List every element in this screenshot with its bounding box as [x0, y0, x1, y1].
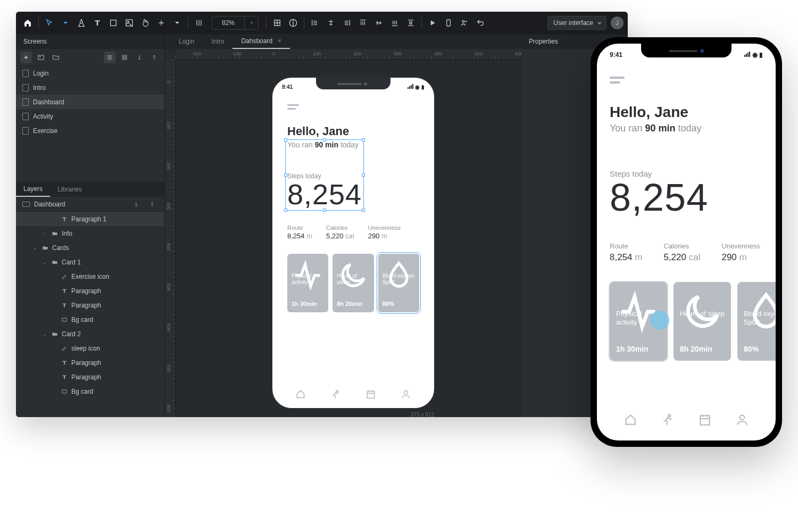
screen-item[interactable]: Activity [16, 109, 164, 123]
pen-tool-icon[interactable] [74, 15, 89, 30]
stat-block: Calories5,220 cal [326, 225, 354, 240]
layer-item[interactable]: Paragraph [16, 355, 164, 370]
hand-tool-icon[interactable] [138, 15, 153, 30]
nav-calendar-icon[interactable] [365, 389, 376, 400]
align-left-icon[interactable] [307, 15, 322, 30]
collapse-up-icon[interactable] [146, 198, 158, 210]
svg-point-16 [404, 390, 408, 394]
hamburger-icon[interactable] [287, 104, 299, 110]
sort-up-icon[interactable] [148, 52, 160, 63]
screen-item[interactable]: Dashboard [16, 95, 164, 109]
add-dropdown-icon[interactable] [170, 15, 185, 30]
layer-item[interactable]: Bg card [16, 312, 164, 327]
screen-item[interactable]: Login [16, 66, 164, 80]
selection-outline [285, 139, 364, 211]
status-time: 9:41 [282, 84, 293, 90]
tab-libraries[interactable]: Libraries [50, 182, 89, 197]
layer-item[interactable]: sleep icon [16, 341, 164, 355]
grid-toggle-icon[interactable] [270, 15, 285, 30]
svg-rect-10 [122, 58, 124, 60]
preview-nav-run-icon[interactable] [661, 413, 675, 427]
rect-tool-icon[interactable] [106, 15, 121, 30]
screens-panel-title: Screens [16, 34, 164, 49]
tab-layers[interactable]: Layers [16, 182, 50, 197]
preview-nav-home-icon[interactable] [624, 413, 637, 427]
design-editor-window: 82% User interface J Scre [16, 12, 628, 417]
zoom-value: 82% [212, 19, 244, 27]
grid-view-icon[interactable] [119, 52, 130, 63]
zoom-control[interactable]: 82% [212, 16, 259, 30]
svg-rect-18 [700, 415, 709, 425]
nav-home-icon[interactable] [295, 389, 306, 400]
contrast-icon[interactable] [286, 15, 301, 30]
undo-icon[interactable] [473, 15, 488, 30]
metric-card[interactable]: Hours of sleep8h 20min [674, 282, 731, 361]
document-tabs: LoginIntroDahsboard × [165, 34, 521, 49]
layer-item[interactable]: Bg card [16, 384, 164, 398]
add-screen-icon[interactable] [20, 52, 32, 63]
svg-rect-4 [447, 20, 451, 26]
distribute-icon[interactable] [403, 15, 418, 30]
doc-tab[interactable]: Dahsboard × [232, 34, 290, 49]
layer-item[interactable]: Exercise icon [16, 269, 164, 284]
ruler-vertical: 0100200300400500600700800 [165, 60, 176, 417]
preview-nav-calendar-icon[interactable] [698, 413, 712, 427]
pointer-dropdown-icon[interactable] [58, 15, 73, 30]
preview-hamburger-icon[interactable] [610, 77, 625, 84]
metric-card[interactable]: Blood oxygen Sp0280% [378, 254, 419, 312]
share-icon[interactable] [457, 15, 472, 30]
metric-card[interactable]: Hours of sleep8h 20min [332, 254, 373, 312]
artboard-frame[interactable]: 9:41 ◉ ▮ Hello, Jane You ran 90 min toda… [271, 77, 435, 409]
svg-rect-15 [367, 391, 374, 398]
folder-add-icon[interactable] [50, 52, 62, 63]
align-hcenter-icon[interactable] [323, 15, 338, 30]
screen-item[interactable]: Exercise [16, 123, 164, 138]
layer-item[interactable]: ⌄Cards [16, 240, 164, 255]
preview-steps-value: 8,254 [610, 178, 763, 217]
sort-down-icon[interactable] [134, 52, 145, 63]
hello-heading: Hello, Jane [287, 124, 419, 138]
align-top-icon[interactable] [355, 15, 370, 30]
preview-nav-profile-icon[interactable] [735, 413, 749, 427]
layer-item[interactable]: ›Info [16, 226, 164, 240]
list-view-icon[interactable] [104, 52, 115, 63]
layer-item[interactable]: ⌄Card 2 [16, 327, 164, 341]
nav-run-icon[interactable] [330, 389, 341, 400]
user-avatar[interactable]: J [611, 16, 624, 29]
layer-item[interactable]: Paragraph [16, 370, 164, 384]
layer-item[interactable]: Paragraph 1 [16, 212, 164, 226]
layer-item[interactable]: ⌄Card 1 [16, 255, 164, 269]
preview-status-time: 9:41 [610, 51, 622, 59]
preview-subtitle: You ran 90 min today [610, 123, 763, 134]
stat-block: Calories5,220 cal [663, 242, 700, 263]
view-mode-select[interactable]: User interface [547, 16, 606, 30]
align-vcenter-icon[interactable] [371, 15, 386, 30]
device-icon[interactable] [441, 15, 456, 30]
columns-icon[interactable] [192, 15, 206, 30]
screen-item[interactable]: Intro [16, 80, 164, 95]
text-tool-icon[interactable] [90, 15, 105, 30]
preview-stats-row: Route8,254 mCalories5,220 calUnevenness2… [610, 242, 763, 263]
metric-card[interactable]: Physical activity1h 30min [287, 254, 328, 312]
collapse-down-icon[interactable] [130, 198, 142, 210]
metric-card[interactable]: Blood oxygen Sp0280% [737, 282, 776, 361]
align-right-icon[interactable] [339, 15, 354, 30]
layer-item[interactable]: Paragraph [16, 298, 164, 312]
layer-item[interactable]: Paragraph [16, 284, 164, 298]
pointer-tool-icon[interactable] [42, 15, 57, 30]
add-tool-icon[interactable] [154, 15, 169, 30]
doc-tab[interactable]: Login [170, 34, 203, 49]
ruler-horizontal: -200-1000100200300400500600 [176, 49, 521, 60]
play-icon[interactable] [425, 15, 440, 30]
image-tool-icon[interactable] [122, 15, 137, 30]
home-icon[interactable] [20, 15, 35, 30]
zoom-dropdown-icon[interactable] [244, 16, 258, 29]
svg-rect-0 [111, 20, 117, 26]
svg-rect-11 [125, 58, 127, 60]
doc-tab[interactable]: Intro [203, 34, 232, 49]
stat-block: Route8,254 m [610, 242, 642, 263]
canvas-area[interactable]: LoginIntroDahsboard × -200-1000100200300… [165, 34, 521, 417]
image-placeholder-icon[interactable] [35, 52, 47, 63]
align-bottom-icon[interactable] [387, 15, 402, 30]
nav-profile-icon[interactable] [401, 389, 411, 400]
